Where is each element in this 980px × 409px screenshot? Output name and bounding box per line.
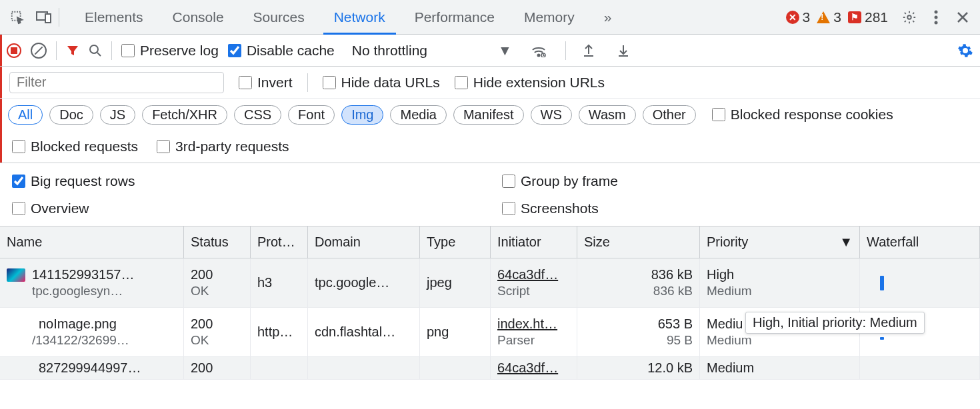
header-initiator[interactable]: Initiator xyxy=(491,226,577,258)
header-waterfall[interactable]: Waterfall xyxy=(860,226,980,258)
header-protocol[interactable]: Prot… xyxy=(251,226,308,258)
hide-data-urls-checkbox[interactable]: Hide data URLs xyxy=(323,75,440,91)
clear-button[interactable] xyxy=(31,43,47,59)
search-icon[interactable] xyxy=(89,44,102,57)
big-rows-checkbox[interactable]: Big request rows xyxy=(12,173,490,189)
download-har-icon[interactable] xyxy=(617,43,630,58)
device-toggle-icon[interactable] xyxy=(32,5,56,29)
cell-protocol: http… xyxy=(251,308,308,356)
issues-badge[interactable]: ⚑281 xyxy=(848,9,888,25)
screenshots-checkbox[interactable]: Screenshots xyxy=(502,201,980,216)
cell-waterfall xyxy=(860,258,980,307)
filter-toggle-icon[interactable] xyxy=(66,44,79,57)
separator xyxy=(307,73,308,92)
cell-status: 200 xyxy=(184,357,251,379)
table-row[interactable]: 827299944997… 200 64ca3df… 12.0 kB Mediu… xyxy=(0,357,980,380)
cell-type xyxy=(420,357,491,379)
close-icon[interactable] xyxy=(951,5,975,29)
chip-media[interactable]: Media xyxy=(390,105,446,125)
inspect-icon[interactable] xyxy=(5,5,29,29)
chip-other[interactable]: Other xyxy=(643,105,696,125)
tab-elements[interactable]: Elements xyxy=(70,0,158,35)
cell-size: 653 B95 B xyxy=(577,308,700,356)
network-toolbar: Preserve log Disable cache No throttling… xyxy=(0,35,980,67)
cell-status: 200OK xyxy=(184,258,251,307)
cell-initiator: index.ht…Parser xyxy=(491,308,577,356)
chip-fetch-xhr[interactable]: Fetch/XHR xyxy=(142,105,227,125)
more-tabs-button[interactable]: » xyxy=(589,0,627,35)
chip-ws[interactable]: WS xyxy=(531,105,572,125)
sort-indicator-icon: ▼ xyxy=(839,234,853,250)
overview-checkbox[interactable]: Overview xyxy=(12,201,490,216)
invert-checkbox[interactable]: Invert xyxy=(239,75,293,91)
warnings-badge[interactable]: !3 xyxy=(817,9,841,25)
cell-initiator: 64ca3df… xyxy=(491,357,577,379)
header-size[interactable]: Size xyxy=(577,226,700,258)
filter-input[interactable] xyxy=(9,72,224,93)
chip-manifest[interactable]: Manifest xyxy=(453,105,524,125)
tab-memory[interactable]: Memory xyxy=(509,0,589,35)
filter-options-row: Blocked requests 3rd-party requests xyxy=(0,131,980,163)
svg-point-3 xyxy=(907,15,911,19)
disable-cache-checkbox[interactable]: Disable cache xyxy=(228,43,335,59)
svg-point-8 xyxy=(537,54,539,56)
header-name[interactable]: Name xyxy=(0,226,184,258)
separator xyxy=(59,8,59,27)
svg-point-4 xyxy=(935,10,938,13)
devtools-top-bar: Elements Console Sources Network Perform… xyxy=(0,0,980,35)
svg-point-7 xyxy=(90,45,98,53)
type-filter-chips: All Doc JS Fetch/XHR CSS Font Img Media … xyxy=(0,99,980,131)
group-by-frame-checkbox[interactable]: Group by frame xyxy=(502,173,980,189)
cell-status: 200OK xyxy=(184,308,251,356)
errors-badge[interactable]: ✕3 xyxy=(786,9,811,25)
svg-point-5 xyxy=(935,15,938,19)
cell-name: 827299944997… xyxy=(0,357,184,379)
header-priority[interactable]: Priority▼ xyxy=(700,226,860,258)
network-conditions-icon[interactable] xyxy=(531,44,547,57)
third-party-checkbox[interactable]: 3rd-party requests xyxy=(157,139,289,155)
header-domain[interactable]: Domain xyxy=(308,226,420,258)
priority-tooltip: High, Initial priority: Medium xyxy=(745,312,925,334)
separator xyxy=(565,41,566,60)
chip-all[interactable]: All xyxy=(8,105,43,125)
record-button[interactable] xyxy=(7,43,21,58)
hide-extension-urls-checkbox[interactable]: Hide extension URLs xyxy=(455,75,605,91)
chip-img[interactable]: Img xyxy=(341,105,383,125)
header-type[interactable]: Type xyxy=(420,226,491,258)
thumbnail-icon xyxy=(7,268,25,282)
upload-har-icon[interactable] xyxy=(582,43,595,58)
table-row[interactable]: 141152993157… tpc.googlesyn… 200OK h3 tp… xyxy=(0,258,980,308)
chip-wasm[interactable]: Wasm xyxy=(579,105,636,125)
view-options: Big request rows Group by frame Overview… xyxy=(0,163,980,226)
panel-tabs: Elements Console Sources Network Perform… xyxy=(70,0,626,35)
cell-domain: cdn.flashtal… xyxy=(308,308,420,356)
filter-bar: Invert Hide data URLs Hide extension URL… xyxy=(0,67,980,99)
network-settings-icon[interactable] xyxy=(957,43,973,59)
cell-initiator: 64ca3df…Script xyxy=(491,258,577,307)
cell-waterfall xyxy=(860,357,980,379)
blocked-cookies-checkbox[interactable]: Blocked response cookies xyxy=(712,107,893,123)
more-menu-icon[interactable] xyxy=(924,5,948,29)
chip-js[interactable]: JS xyxy=(100,105,135,125)
tab-performance[interactable]: Performance xyxy=(400,0,509,35)
cell-name: 141152993157… tpc.googlesyn… xyxy=(0,258,184,307)
cell-type: png xyxy=(420,308,491,356)
chevron-down-icon[interactable]: ▼ xyxy=(498,43,512,59)
chip-font[interactable]: Font xyxy=(288,105,335,125)
cell-priority: HighMedium xyxy=(700,258,860,307)
settings-gear-icon[interactable] xyxy=(897,5,921,29)
blocked-requests-checkbox[interactable]: Blocked requests xyxy=(12,139,138,155)
cell-type: jpeg xyxy=(420,258,491,307)
cell-domain: tpc.google… xyxy=(308,258,420,307)
tab-sources[interactable]: Sources xyxy=(239,0,319,35)
preserve-log-checkbox[interactable]: Preserve log xyxy=(121,43,219,59)
chip-doc[interactable]: Doc xyxy=(49,105,93,125)
header-status[interactable]: Status xyxy=(184,226,251,258)
throttling-select[interactable]: No throttling xyxy=(344,43,435,59)
cell-priority: Medium xyxy=(700,357,860,379)
tab-network[interactable]: Network xyxy=(319,0,400,35)
tab-console[interactable]: Console xyxy=(158,0,239,35)
table-row[interactable]: noImage.png /134122/32699… 200OK http… c… xyxy=(0,308,980,357)
chip-css[interactable]: CSS xyxy=(234,105,281,125)
svg-point-6 xyxy=(935,21,938,24)
